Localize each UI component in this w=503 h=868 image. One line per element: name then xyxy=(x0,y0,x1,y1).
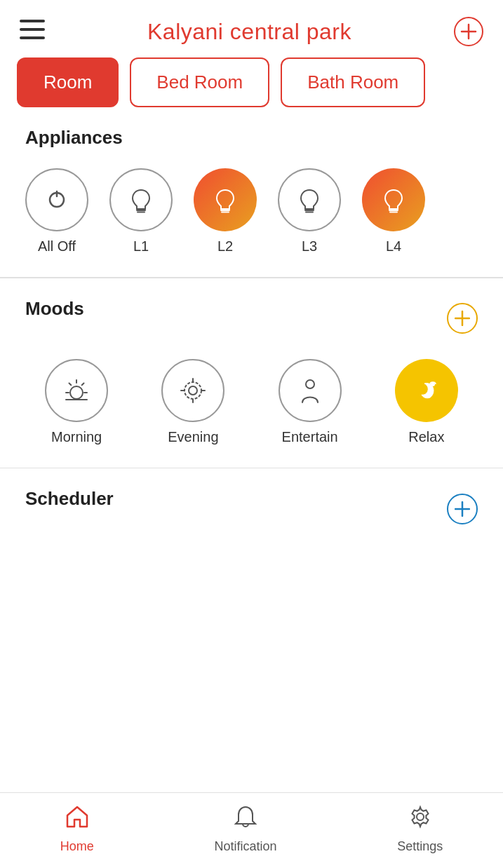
scheduler-title: Scheduler xyxy=(25,488,114,510)
moods-header: Moods xyxy=(25,298,478,339)
svg-line-21 xyxy=(69,383,72,385)
tab-bedroom[interactable]: Bed Room xyxy=(130,57,269,107)
mood-circle-evening xyxy=(161,359,224,422)
nav-notification-label: Notification xyxy=(214,839,276,854)
nav-notification[interactable]: Notification xyxy=(214,804,276,854)
appliance-label-l4: L4 xyxy=(386,238,401,255)
svg-point-34 xyxy=(417,813,424,820)
svg-point-24 xyxy=(185,382,201,399)
nav-settings[interactable]: Settings xyxy=(397,804,443,854)
mood-relax[interactable]: Relax xyxy=(375,359,478,445)
appliances-section: Appliances All Off xyxy=(0,127,503,255)
divider-2 xyxy=(0,468,503,469)
appliance-label-l3: L3 xyxy=(302,238,317,255)
appliance-circle-l1 xyxy=(109,168,173,231)
divider-1 xyxy=(0,277,503,278)
scheduler-section: Scheduler xyxy=(0,488,503,529)
moods-section: Moods xyxy=(0,298,503,445)
mood-entertain[interactable]: Entertain xyxy=(259,359,361,445)
appliance-all-off[interactable]: All Off xyxy=(25,168,88,255)
app-header: Kalyani central park xyxy=(0,0,503,57)
home-icon xyxy=(65,804,90,835)
mood-evening[interactable]: Evening xyxy=(142,359,244,445)
header-add-button[interactable] xyxy=(454,17,483,46)
menu-icon[interactable] xyxy=(20,20,45,44)
room-tabs: Room Bed Room Bath Room xyxy=(0,57,503,107)
nav-settings-label: Settings xyxy=(397,839,443,854)
mood-circle-entertain xyxy=(279,359,342,422)
app-title: Kalyani central park xyxy=(147,19,351,45)
appliance-l3[interactable]: L3 xyxy=(278,168,341,255)
svg-rect-2 xyxy=(20,36,45,39)
tab-bathroom[interactable]: Bath Room xyxy=(281,57,425,107)
svg-rect-0 xyxy=(20,20,45,22)
svg-point-25 xyxy=(189,386,197,395)
svg-rect-1 xyxy=(20,28,45,31)
appliance-circle-l4 xyxy=(362,168,425,231)
bell-icon xyxy=(233,804,258,835)
mood-circle-morning xyxy=(45,359,108,422)
appliance-l4[interactable]: L4 xyxy=(362,168,425,255)
appliance-label-all-off: All Off xyxy=(38,238,76,255)
scheduler-header: Scheduler xyxy=(25,488,478,529)
svg-point-30 xyxy=(306,380,314,388)
appliances-title: Appliances xyxy=(25,127,478,149)
svg-line-22 xyxy=(82,383,84,385)
nav-home[interactable]: Home xyxy=(60,804,94,854)
mood-label-evening: Evening xyxy=(168,429,218,445)
mood-label-relax: Relax xyxy=(408,429,444,445)
appliance-l1[interactable]: L1 xyxy=(109,168,173,255)
mood-morning[interactable]: Morning xyxy=(25,359,128,445)
mood-label-entertain: Entertain xyxy=(282,429,338,445)
appliances-grid: All Off L1 xyxy=(25,168,478,255)
appliance-circle-all-off xyxy=(25,168,88,231)
mood-circle-relax xyxy=(395,359,458,422)
svg-point-17 xyxy=(70,386,83,399)
appliance-label-l1: L1 xyxy=(133,238,149,255)
bottom-nav: Home Notification Settings xyxy=(0,792,503,868)
mood-label-morning: Morning xyxy=(51,429,102,445)
moods-grid: Morning Evening xyxy=(25,359,478,445)
tab-room[interactable]: Room xyxy=(17,57,119,107)
scheduler-add-button[interactable] xyxy=(447,494,478,524)
gear-icon xyxy=(408,804,433,835)
appliance-l2[interactable]: L2 xyxy=(194,168,257,255)
nav-home-label: Home xyxy=(60,839,94,854)
moods-title: Moods xyxy=(25,298,84,320)
appliance-circle-l3 xyxy=(278,168,341,231)
appliance-label-l2: L2 xyxy=(217,238,233,255)
moods-add-button[interactable] xyxy=(447,303,478,334)
appliance-circle-l2 xyxy=(194,168,257,231)
